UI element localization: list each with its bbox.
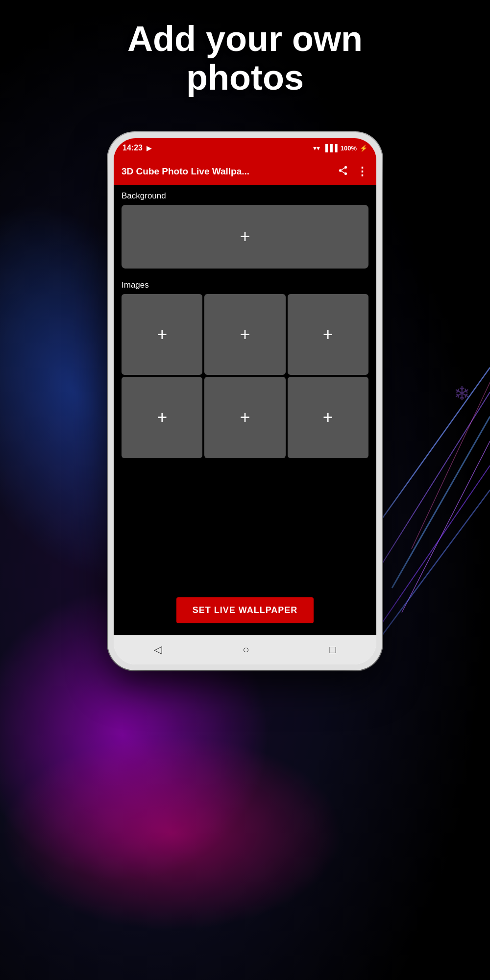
app-title: 3D Cube Photo Live Wallpa... xyxy=(122,166,338,177)
set-wallpaper-container: SET LIVE WALLPAPER xyxy=(114,586,376,635)
add-image-icon-1: + xyxy=(157,326,167,343)
set-live-wallpaper-button[interactable]: SET LIVE WALLPAPER xyxy=(176,597,314,623)
background-section-label: Background xyxy=(114,185,376,205)
nav-bar: ◁ ○ □ xyxy=(114,635,376,664)
svg-line-6 xyxy=(412,382,490,549)
svg-line-3 xyxy=(402,441,490,612)
status-bar: 14:23 ▶ ▾▾ ▐▐▐ 100% ⚡ xyxy=(114,138,376,158)
nav-back-button[interactable]: ◁ xyxy=(154,643,162,656)
phone-inner: 14:23 ▶ ▾▾ ▐▐▐ 100% ⚡ 3D Cube Photo Live… xyxy=(114,138,376,664)
app-content: Background + Images + + xyxy=(114,185,376,635)
heading-line1: Add your own xyxy=(127,19,363,58)
bottom-black-area xyxy=(114,458,376,586)
images-grid: + + + + + xyxy=(122,294,368,458)
add-background-button[interactable]: + xyxy=(122,205,368,269)
nav-recents-button[interactable]: □ xyxy=(330,643,336,656)
share-icon[interactable] xyxy=(338,165,348,178)
image-slot-6[interactable]: + xyxy=(288,377,368,458)
image-slot-4[interactable]: + xyxy=(122,377,202,458)
svg-line-2 xyxy=(392,416,490,588)
svg-line-1 xyxy=(382,392,490,564)
play-icon: ▶ xyxy=(147,145,151,152)
app-toolbar: 3D Cube Photo Live Wallpa... ⋮ xyxy=(114,158,376,185)
toolbar-actions: ⋮ xyxy=(338,165,368,178)
battery-icon: ⚡ xyxy=(360,145,368,152)
images-section-label: Images xyxy=(114,274,376,294)
signal-icon: ▐▐▐ xyxy=(323,144,338,152)
wifi-icon: ▾▾ xyxy=(313,144,320,152)
image-slot-3[interactable]: + xyxy=(288,294,368,375)
add-image-icon-4: + xyxy=(157,409,167,426)
background-section: + xyxy=(114,205,376,274)
status-icons: ▾▾ ▐▐▐ 100% ⚡ xyxy=(313,144,368,152)
add-image-icon-3: + xyxy=(323,326,333,343)
images-section: + + + + + xyxy=(114,294,376,458)
more-options-icon[interactable]: ⋮ xyxy=(356,165,368,178)
svg-line-0 xyxy=(368,368,490,539)
page-heading: Add your own photos xyxy=(0,20,490,97)
add-background-icon: + xyxy=(240,228,250,245)
battery-text: 100% xyxy=(341,145,357,152)
phone-mockup: 14:23 ▶ ▾▾ ▐▐▐ 100% ⚡ 3D Cube Photo Live… xyxy=(108,132,382,670)
status-time: 14:23 xyxy=(122,144,143,152)
nav-home-button[interactable]: ○ xyxy=(243,643,249,656)
add-image-icon-5: + xyxy=(240,409,250,426)
phone-outer: 14:23 ▶ ▾▾ ▐▐▐ 100% ⚡ 3D Cube Photo Live… xyxy=(108,132,382,670)
image-slot-5[interactable]: + xyxy=(204,377,285,458)
heading-line2: photos xyxy=(186,58,304,97)
image-slot-2[interactable]: + xyxy=(204,294,285,375)
image-slot-1[interactable]: + xyxy=(122,294,202,375)
add-image-icon-2: + xyxy=(240,326,250,343)
add-image-icon-6: + xyxy=(323,409,333,426)
status-time-area: 14:23 ▶ xyxy=(122,144,151,152)
bg-glow-magenta xyxy=(0,735,343,931)
deco-snowflake: ❄ xyxy=(454,382,470,405)
